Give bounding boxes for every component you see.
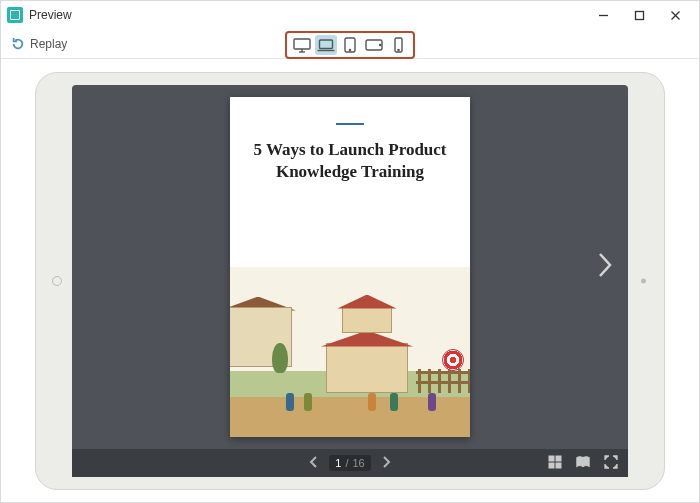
chevron-right-small-icon [381, 456, 391, 468]
svg-rect-18 [556, 463, 561, 468]
svg-rect-15 [549, 456, 554, 461]
device-home-button-icon [52, 276, 62, 286]
device-laptop-button[interactable] [315, 35, 337, 55]
preview-window: Preview Replay [0, 0, 700, 503]
page-navigator: 1 / 16 [309, 455, 390, 471]
fullscreen-icon [604, 455, 618, 469]
document-page: 5 Ways to Launch Product Knowledge Train… [230, 97, 470, 437]
current-page: 1 [335, 457, 341, 469]
svg-rect-16 [556, 456, 561, 461]
titlebar: Preview [1, 1, 699, 29]
svg-rect-1 [635, 11, 643, 19]
tablet-portrait-icon [344, 37, 356, 53]
preview-area: 5 Ways to Launch Product Knowledge Train… [1, 59, 699, 502]
chevron-right-icon [596, 251, 614, 279]
tablet-landscape-icon [365, 39, 383, 51]
device-phone-button[interactable] [387, 35, 409, 55]
book-icon [576, 455, 590, 469]
replay-button[interactable]: Replay [11, 37, 67, 51]
fullscreen-button[interactable] [604, 455, 618, 471]
toolbar: Replay [1, 29, 699, 59]
svg-point-14 [397, 49, 398, 50]
replay-icon [11, 37, 25, 51]
minimize-button[interactable] [585, 1, 621, 29]
device-tablet-landscape-button[interactable] [363, 35, 385, 55]
replay-label: Replay [30, 37, 67, 51]
page-divider [336, 123, 364, 125]
app-icon [7, 7, 23, 23]
svg-rect-17 [549, 463, 554, 468]
chevron-left-icon [309, 456, 319, 468]
document-title: 5 Ways to Launch Product Knowledge Train… [230, 139, 470, 185]
device-desktop-button[interactable] [291, 35, 313, 55]
device-frame: 5 Ways to Launch Product Knowledge Train… [35, 72, 665, 490]
close-button[interactable] [657, 1, 693, 29]
book-view-button[interactable] [576, 455, 590, 471]
viewer-stage[interactable]: 5 Ways to Launch Product Knowledge Train… [72, 85, 628, 449]
svg-rect-7 [320, 40, 333, 49]
page-illustration [230, 267, 470, 437]
viewer-toolbar: 1 / 16 [72, 449, 628, 477]
page-separator: / [345, 457, 348, 469]
page-indicator[interactable]: 1 / 16 [329, 455, 370, 471]
prev-page-button[interactable] [309, 456, 319, 470]
svg-point-10 [349, 49, 350, 50]
device-camera-icon [641, 278, 646, 283]
desktop-icon [293, 38, 311, 53]
svg-rect-4 [294, 39, 310, 49]
device-selector [285, 31, 415, 59]
device-tablet-portrait-button[interactable] [339, 35, 361, 55]
next-page-button[interactable] [596, 251, 614, 283]
next-page-nav-button[interactable] [381, 456, 391, 470]
document-viewer: 5 Ways to Launch Product Knowledge Train… [72, 85, 628, 477]
window-title: Preview [29, 8, 72, 22]
phone-icon [394, 37, 403, 53]
total-pages: 16 [352, 457, 364, 469]
maximize-button[interactable] [621, 1, 657, 29]
grid-icon [548, 455, 562, 469]
svg-point-12 [380, 44, 381, 45]
thumbnails-button[interactable] [548, 455, 562, 471]
laptop-icon [317, 38, 335, 53]
